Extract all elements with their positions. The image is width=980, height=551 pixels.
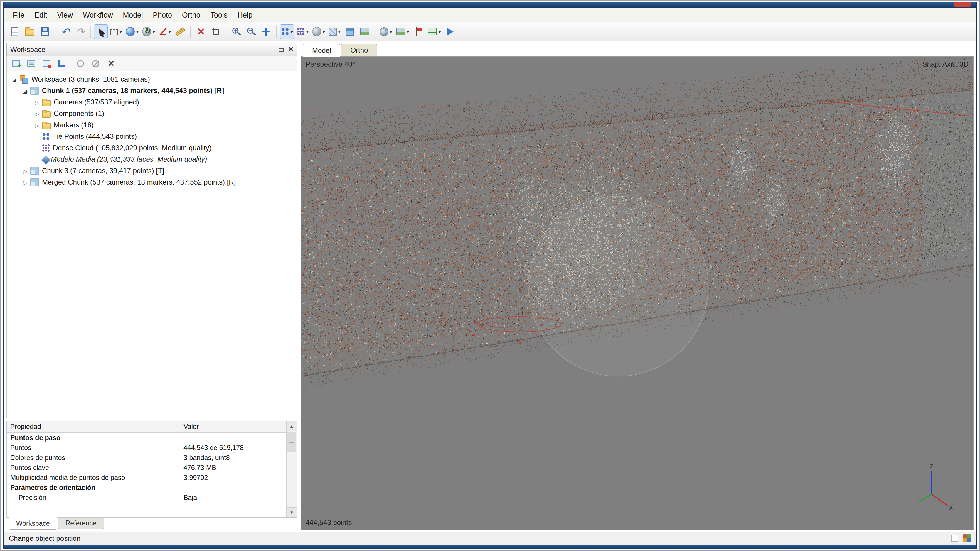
- scroll-up-icon[interactable]: [286, 421, 297, 431]
- expand-arrow-icon[interactable]: [33, 121, 41, 129]
- workspace-pane: Workspace Workspace (3 chunks,: [6, 43, 297, 530]
- crop-button[interactable]: [209, 24, 223, 39]
- open-button[interactable]: [22, 24, 37, 39]
- perspective-label: Perspective 40°: [305, 60, 355, 68]
- crop-icon: [212, 28, 219, 35]
- dense-cloud-view-button[interactable]: [295, 24, 310, 39]
- toolbar-separator: [71, 59, 72, 68]
- remove-button[interactable]: [105, 58, 117, 70]
- menu-ortho[interactable]: Ortho: [177, 10, 205, 21]
- tab-model[interactable]: Model: [303, 44, 340, 57]
- float-pane-icon[interactable]: [278, 48, 284, 52]
- expand-arrow-icon[interactable]: [33, 110, 41, 118]
- table-row: Precisión Baja: [7, 492, 286, 503]
- property-cell: Multiplicidad media de puntos de paso: [7, 474, 180, 482]
- rotate-object-button[interactable]: [141, 24, 156, 39]
- scrollbar-thumb[interactable]: [287, 432, 296, 452]
- chevron-down-icon: [289, 28, 293, 35]
- tree-item-chunk1[interactable]: Chunk 1 (537 cameras, 18 markers, 444,54…: [7, 85, 297, 96]
- expand-arrow-icon[interactable]: [21, 87, 30, 95]
- delete-button[interactable]: [194, 24, 208, 39]
- add-marker-button[interactable]: [40, 58, 52, 70]
- zoom-in-button[interactable]: [229, 24, 243, 39]
- disable-button[interactable]: [89, 58, 102, 70]
- shaded-view-button[interactable]: [310, 24, 326, 39]
- photos-button[interactable]: [358, 24, 372, 39]
- expand-arrow-icon[interactable]: [33, 98, 41, 106]
- folder-icon: [42, 100, 51, 106]
- tree-item-workspace[interactable]: Workspace (3 chunks, 1081 cameras): [7, 73, 297, 85]
- tab-workspace[interactable]: Workspace: [9, 517, 57, 530]
- points-count-label: 444,543 points: [305, 518, 352, 527]
- tree-item-tie-points[interactable]: Tie Points (444,543 points): [7, 130, 297, 142]
- tree-item-components[interactable]: Components (1): [7, 108, 297, 119]
- navigation-button[interactable]: [124, 24, 140, 39]
- redo-button[interactable]: [73, 24, 87, 39]
- window-close-button[interactable]: [954, 2, 971, 7]
- properties-scrollbar[interactable]: [286, 421, 297, 517]
- zoom-out-icon: [247, 28, 253, 34]
- close-pane-icon[interactable]: [288, 46, 293, 54]
- tie-points-view-button[interactable]: [280, 24, 294, 39]
- zoom-out-button[interactable]: [244, 24, 258, 39]
- angle-measure-button[interactable]: [158, 24, 172, 39]
- tree-item-chunk3[interactable]: Chunk 3 (7 cameras, 39,417 points) [T]: [7, 165, 297, 176]
- menu-photo[interactable]: Photo: [148, 10, 177, 21]
- tiled-view-button[interactable]: [343, 24, 357, 39]
- fit-view-button[interactable]: [259, 24, 273, 39]
- tree-item-markers[interactable]: Markers (18): [7, 119, 297, 130]
- expand-arrow-icon[interactable]: [21, 178, 30, 186]
- rectangle-select-button[interactable]: [109, 24, 123, 39]
- tree-item-cameras[interactable]: Cameras (537/537 aligned): [7, 96, 297, 108]
- tree-item-merged-chunk[interactable]: Merged Chunk (537 cameras, 18 markers, 4…: [7, 176, 297, 188]
- chevron-down-icon: [406, 28, 409, 35]
- property-column-header[interactable]: Propiedad: [7, 421, 180, 432]
- wireframe-view-button[interactable]: [327, 24, 342, 39]
- fit-view-icon: [266, 28, 267, 36]
- menu-model[interactable]: Model: [118, 10, 148, 21]
- flag-icon: [416, 27, 417, 36]
- menu-help[interactable]: Help: [232, 10, 258, 21]
- export-icon: [447, 28, 453, 36]
- navigation-orb-icon: [126, 27, 135, 36]
- enable-button[interactable]: [74, 58, 87, 70]
- property-cell: Puntos de paso: [7, 434, 180, 442]
- tab-ortho[interactable]: Ortho: [341, 44, 377, 56]
- menu-bar: File Edit View Workflow Model Photo Orth…: [4, 8, 976, 22]
- globe-button[interactable]: [378, 24, 394, 39]
- new-document-icon: [11, 27, 18, 36]
- value-column-header[interactable]: Valor: [180, 423, 286, 431]
- select-tool-button[interactable]: [94, 24, 108, 39]
- expand-arrow-icon[interactable]: [10, 75, 19, 83]
- new-project-button[interactable]: [8, 24, 22, 39]
- add-chunk-button[interactable]: [10, 58, 22, 70]
- menu-workflow[interactable]: Workflow: [78, 10, 118, 21]
- add-photos-button[interactable]: [25, 58, 37, 70]
- disable-icon: [92, 60, 99, 67]
- property-cell: Colores de puntos: [7, 454, 180, 462]
- scrollbar-track[interactable]: [286, 431, 297, 507]
- menu-view[interactable]: View: [52, 10, 78, 21]
- scroll-down-icon[interactable]: [286, 507, 297, 517]
- expand-arrow-icon[interactable]: [21, 167, 30, 175]
- table-row: Puntos de paso: [7, 433, 286, 443]
- save-floppy-icon: [40, 27, 49, 36]
- import-button[interactable]: [56, 58, 68, 70]
- menu-file[interactable]: File: [8, 10, 29, 21]
- menu-tools[interactable]: Tools: [205, 10, 232, 21]
- capture-photo-button[interactable]: [395, 24, 411, 39]
- undo-button[interactable]: [58, 24, 72, 39]
- flag-button[interactable]: [411, 24, 425, 39]
- tree-item-dense-cloud[interactable]: Dense Cloud (105,832,029 points, Medium …: [7, 142, 297, 154]
- model-viewport[interactable]: Perspective 40° Snap: Axis, 3D 444,543 p…: [301, 56, 974, 530]
- export-button[interactable]: [443, 24, 457, 39]
- tree-item-model[interactable]: Modelo Media (23,431,333 faces, Medium q…: [7, 154, 297, 165]
- chart-button[interactable]: [426, 24, 442, 39]
- model-viewport-canvas[interactable]: [301, 57, 973, 530]
- rectangle-selection-icon: [110, 29, 118, 35]
- model-icon: [41, 155, 51, 164]
- menu-edit[interactable]: Edit: [29, 10, 52, 21]
- ruler-button[interactable]: [173, 24, 187, 39]
- save-button[interactable]: [38, 24, 52, 39]
- tab-reference[interactable]: Reference: [58, 518, 104, 529]
